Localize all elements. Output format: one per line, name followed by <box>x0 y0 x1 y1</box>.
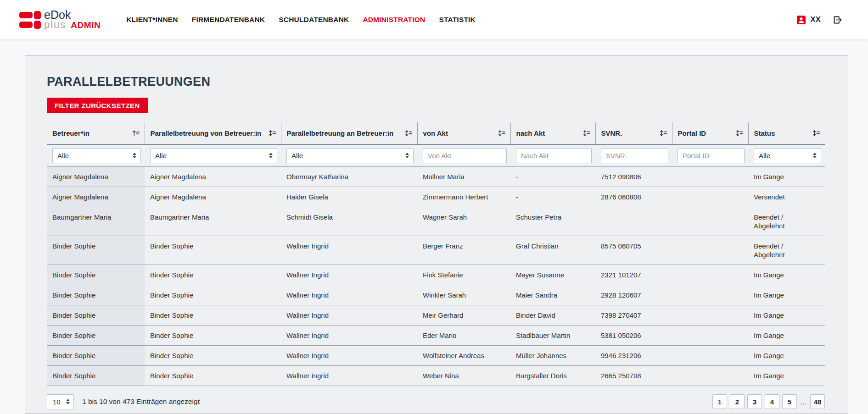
nav-item-firmendatenbank[interactable]: FIRMENDATENBANK <box>192 16 265 24</box>
cell-von-akt: Meir Gerhard <box>417 305 510 325</box>
cell-betreuer-in: Aigner Magdalena <box>47 166 145 187</box>
sort-icon[interactable] <box>498 130 506 137</box>
cell-svnr: 9946 231206 <box>595 345 672 365</box>
cell-von-akt: Eder Mario <box>417 325 510 345</box>
filter-input-svnr[interactable] <box>601 148 668 163</box>
column-label: Parallelbetreuung von Betreuer:in <box>151 129 262 137</box>
filter-select-parallelbetreuung-von-betreuer-in[interactable]: Alle <box>150 148 277 163</box>
sort-icon[interactable] <box>660 130 667 137</box>
filter-select-status[interactable]: Alle <box>754 148 821 163</box>
table-row[interactable]: Binder SophieBinder SophieWallner Ingrid… <box>47 305 825 325</box>
page-button-1[interactable]: 1 <box>712 394 727 409</box>
cell-betreuer-in: Binder Sophie <box>47 236 145 265</box>
cell-parallelbetreuung-an-betreuer-in: Wallner Ingrid <box>281 325 417 345</box>
cell-status: Im Gange <box>748 265 825 285</box>
parallelbetreuungen-card: PARALLELBETREUUNGEN FILTER ZURÜCKSETZEN … <box>25 55 848 414</box>
column-label: nach Akt <box>516 129 545 137</box>
cell-parallelbetreuung-von-betreuer-in: Aigner Magdalena <box>145 166 281 187</box>
user-initials: XX <box>810 15 821 24</box>
user-menu[interactable]: XX <box>797 15 821 24</box>
cell-nach-akt: - <box>510 166 595 187</box>
column-label: Status <box>754 129 775 137</box>
cell-von-akt: Winkler Sarah <box>417 285 510 305</box>
table-row[interactable]: Binder SophieBinder SophieWallner Ingrid… <box>47 236 825 265</box>
filter-select-betreuer-in[interactable]: Alle <box>52 148 141 163</box>
nav-item-administration[interactable]: ADMINISTRATION <box>363 16 425 24</box>
page-button-2[interactable]: 2 <box>730 394 745 409</box>
table-row[interactable]: Binder SophieBinder SophieWallner Ingrid… <box>47 325 825 345</box>
app-logo[interactable]: eDok plus ADMIN <box>19 10 101 30</box>
sort-icon[interactable] <box>736 130 744 137</box>
table-footer: 10 1 bis 10 von 473 Einträgen angezeigt … <box>47 386 825 409</box>
filter-input-portal-id[interactable] <box>678 148 745 163</box>
page-content: PARALLELBETREUUNGEN FILTER ZURÜCKSETZEN … <box>0 39 868 414</box>
nav-item-statistik[interactable]: STATISTIK <box>439 16 476 24</box>
page-button-3[interactable]: 3 <box>747 394 762 409</box>
sort-icon[interactable] <box>812 130 820 137</box>
page-size-select[interactable]: 10 <box>47 394 74 409</box>
cell-betreuer-in: Binder Sophie <box>47 305 145 325</box>
cell-parallelbetreuung-von-betreuer-in: Aigner Magdalena <box>145 187 281 207</box>
chevron-updown-icon <box>269 153 273 158</box>
column-header-parallelbetreuung-an-betreuer-in[interactable]: Parallelbetreuung an Betreuer:in <box>281 122 417 144</box>
cell-portal-id <box>672 345 748 365</box>
select-value: Alle <box>155 152 167 160</box>
cell-svnr: 2665 250708 <box>595 365 672 386</box>
pagination: 12345…48 <box>712 394 825 409</box>
cell-parallelbetreuung-von-betreuer-in: Binder Sophie <box>145 305 281 325</box>
table-row[interactable]: Aigner MagdalenaAigner MagdalenaHaider G… <box>47 187 825 207</box>
filter-cell-parallelbetreuung-an-betreuer-in: Alle <box>281 144 417 166</box>
cell-status: Versendet <box>748 187 825 207</box>
column-header-betreuer-in[interactable]: Betreuer*in <box>47 122 145 144</box>
column-header-nach-akt[interactable]: nach Akt <box>510 122 595 144</box>
sort-icon[interactable] <box>583 130 591 137</box>
filter-input-von-akt[interactable] <box>423 148 507 163</box>
cell-portal-id <box>672 187 748 207</box>
cell-status: Beendet / Abgelehnt <box>748 207 825 236</box>
filter-input-nach-akt[interactable] <box>516 148 592 163</box>
page-button-5[interactable]: 5 <box>782 394 797 409</box>
cell-parallelbetreuung-von-betreuer-in: Binder Sophie <box>145 325 281 345</box>
filter-select-parallelbetreuung-an-betreuer-in[interactable]: Alle <box>286 148 414 163</box>
column-label: SVNR. <box>601 129 622 137</box>
select-value: Alle <box>291 152 303 160</box>
table-row[interactable]: Binder SophieBinder SophieWallner Ingrid… <box>47 285 825 305</box>
cell-parallelbetreuung-von-betreuer-in: Baumgartner Maria <box>145 207 281 236</box>
nav-item-klient-innen[interactable]: KLIENT*INNEN <box>126 16 178 24</box>
table-row[interactable]: Baumgartner MariaBaumgartner MariaSchmid… <box>47 207 825 236</box>
cell-von-akt: Zimmermann Herbert <box>417 187 510 207</box>
sort-icon[interactable] <box>405 130 413 137</box>
cell-parallelbetreuung-an-betreuer-in: Obermayr Katharina <box>281 166 417 187</box>
cell-betreuer-in: Binder Sophie <box>47 365 145 386</box>
cell-betreuer-in: Baumgartner Maria <box>47 207 145 236</box>
logo-icon <box>19 11 41 29</box>
nav-item-schuldatenbank[interactable]: SCHULDATENBANK <box>279 16 349 24</box>
filter-cell-svnr <box>595 144 672 166</box>
user-icon <box>797 16 806 24</box>
logout-icon <box>833 15 842 25</box>
column-header-von-akt[interactable]: von Akt <box>417 122 510 144</box>
cell-parallelbetreuung-an-betreuer-in: Haider Gisela <box>281 187 417 207</box>
cell-betreuer-in: Binder Sophie <box>47 265 145 285</box>
table-row[interactable]: Binder SophieBinder SophieWallner Ingrid… <box>47 365 825 386</box>
cell-parallelbetreuung-an-betreuer-in: Wallner Ingrid <box>281 305 417 325</box>
logout-button[interactable] <box>833 15 842 25</box>
cell-nach-akt: - <box>510 187 595 207</box>
cell-status: Im Gange <box>748 285 825 305</box>
column-header-portal-id[interactable]: Portal ID <box>672 122 748 144</box>
sort-icon[interactable] <box>269 130 276 137</box>
table-row[interactable]: Binder SophieBinder SophieWallner Ingrid… <box>47 345 825 365</box>
column-header-status[interactable]: Status <box>748 122 825 144</box>
column-header-svnr[interactable]: SVNR. <box>595 122 672 144</box>
table-row[interactable]: Aigner MagdalenaAigner MagdalenaObermayr… <box>47 166 825 187</box>
column-header-parallelbetreuung-von-betreuer-in[interactable]: Parallelbetreuung von Betreuer:in <box>145 122 281 144</box>
page-button-4[interactable]: 4 <box>765 394 779 409</box>
cell-parallelbetreuung-von-betreuer-in: Binder Sophie <box>145 345 281 365</box>
chevron-updown-icon <box>813 153 817 158</box>
table-row[interactable]: Binder SophieBinder SophieWallner Ingrid… <box>47 265 825 285</box>
column-label: Portal ID <box>678 129 706 137</box>
sort-ascending-icon[interactable] <box>132 130 140 137</box>
page-size-value: 10 <box>53 398 61 406</box>
filter-reset-button[interactable]: FILTER ZURÜCKSETZEN <box>47 98 148 113</box>
page-button-48[interactable]: 48 <box>810 394 825 409</box>
